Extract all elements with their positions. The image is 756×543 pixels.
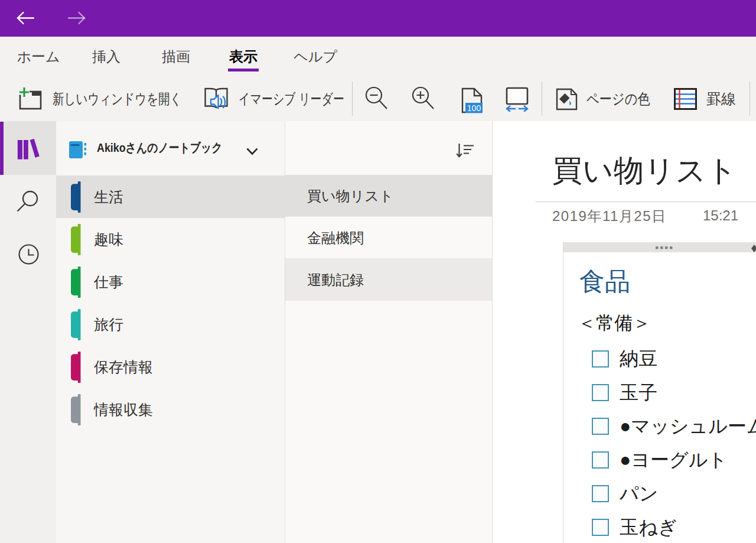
svg-text:100: 100 [467,103,481,113]
